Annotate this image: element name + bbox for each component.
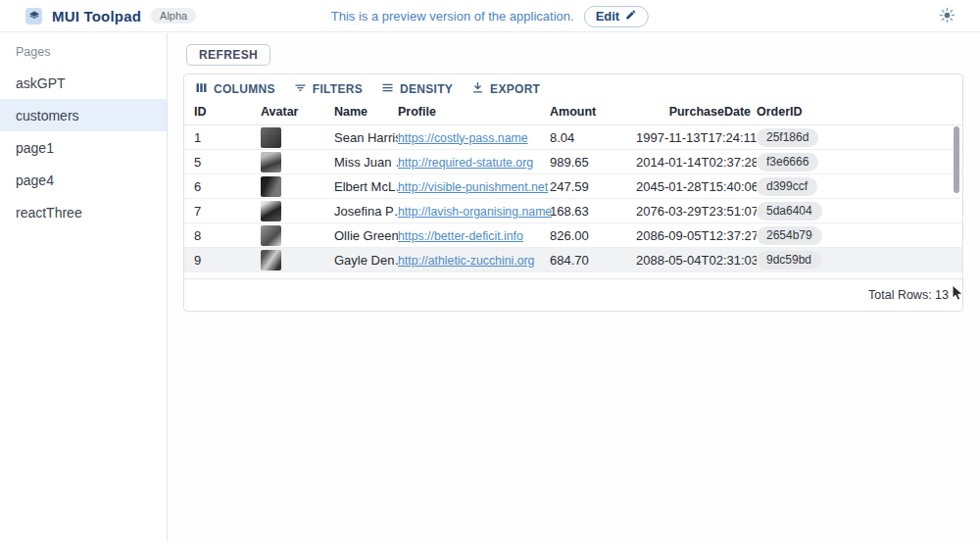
column-header-order[interactable]: OrderID xyxy=(757,105,894,119)
density-icon xyxy=(380,80,395,98)
order-id-chip: 9dc59bd xyxy=(757,251,821,270)
vertical-scrollbar-thumb[interactable] xyxy=(954,126,959,193)
toolbar-button-label: FILTERS xyxy=(313,82,363,96)
cell-avatar xyxy=(261,127,334,148)
cell-profile: http://visible-punishment.net xyxy=(398,179,550,194)
cell-profile: http://required-statute.org xyxy=(398,155,550,170)
data-grid-header-row: IDAvatarNameProfileAmountPurchaseDateOrd… xyxy=(184,99,962,125)
avatar-image xyxy=(261,127,281,148)
table-row[interactable]: 7Josefina P…http://lavish-organising.nam… xyxy=(184,199,962,223)
profile-link[interactable]: http://visible-punishment.net xyxy=(398,180,548,194)
sidebar-item-page1[interactable]: page1 xyxy=(0,131,167,164)
column-header-avatar[interactable]: Avatar xyxy=(261,105,334,119)
toolbar-button-label: EXPORT xyxy=(490,82,540,96)
cell-name: Gayle Den… xyxy=(334,253,398,268)
cell-avatar xyxy=(261,201,334,221)
cell-name: Ollie Green… xyxy=(334,228,398,243)
cell-avatar xyxy=(261,250,334,270)
profile-link[interactable]: http://lavish-organising.name xyxy=(398,205,552,219)
export-icon xyxy=(470,80,485,98)
cell-order-id: 5da6404 xyxy=(757,202,894,221)
cell-id: 7 xyxy=(194,204,261,219)
profile-link[interactable]: http://athletic-zucchini.org xyxy=(398,254,534,268)
columns-button[interactable]: COLUMNS xyxy=(194,80,275,98)
sun-icon xyxy=(939,7,956,26)
cell-avatar xyxy=(261,225,334,246)
profile-link[interactable]: http://required-statute.org xyxy=(398,156,533,170)
refresh-button[interactable]: REFRESH xyxy=(186,44,270,66)
cell-name: Sean Harris xyxy=(334,130,398,145)
cell-amount: 168.63 xyxy=(550,204,636,219)
avatar-image xyxy=(261,225,281,246)
toolbar-button-label: COLUMNS xyxy=(214,82,275,96)
cell-id: 9 xyxy=(194,253,261,268)
sidebar-item-askGPT[interactable]: askGPT xyxy=(0,67,167,99)
avatar-image xyxy=(261,152,281,172)
cell-order-id: 9dc59bd xyxy=(757,251,894,270)
sidebar-item-customers[interactable]: customers xyxy=(0,99,167,131)
preview-message: This is a preview version of the applica… xyxy=(331,9,574,24)
avatar-image xyxy=(261,176,281,197)
cell-id: 1 xyxy=(194,130,261,145)
cell-purchase-date: 1997-11-13T17:24:11.769Z xyxy=(636,130,757,145)
app-title: MUI Toolpad xyxy=(52,8,141,25)
profile-link[interactable]: https://better-deficit.info xyxy=(398,229,523,243)
cell-name: Miss Juan … xyxy=(334,155,398,170)
data-grid-footer: Total Rows: 13 xyxy=(184,278,962,311)
order-id-chip: 5da6404 xyxy=(757,202,822,221)
cell-profile: https://costly-pass.name xyxy=(398,130,550,145)
cell-name: Josefina P… xyxy=(334,204,398,219)
order-id-chip: 25f186d xyxy=(757,128,818,147)
data-grid-rows: 1Sean Harrishttps://costly-pass.name8.04… xyxy=(184,125,962,272)
sidebar: Pages askGPTcustomerspage1page4reactThre… xyxy=(0,33,168,541)
column-header-date[interactable]: PurchaseDate xyxy=(636,105,757,119)
top-app-bar: MUI Toolpad Alpha This is a preview vers… xyxy=(0,0,980,32)
filters-icon xyxy=(293,80,308,98)
table-row[interactable]: 8Ollie Green…https://better-deficit.info… xyxy=(184,223,962,248)
column-header-amount[interactable]: Amount xyxy=(550,105,636,119)
filters-button[interactable]: FILTERS xyxy=(293,80,363,98)
columns-icon xyxy=(194,80,209,98)
table-row[interactable]: 6Elbert McL…http://visible-punishment.ne… xyxy=(184,174,962,199)
cell-purchase-date: 2014-01-14T02:37:28.536Z xyxy=(636,155,757,170)
order-id-chip: 2654b79 xyxy=(757,226,822,245)
cell-purchase-date: 2088-05-04T02:31:03.294Z xyxy=(636,253,757,268)
cell-order-id: d399ccf xyxy=(757,177,894,196)
cell-order-id: 2654b79 xyxy=(757,226,894,245)
theme-toggle-button[interactable] xyxy=(937,7,956,26)
sidebar-item-page4[interactable]: page4 xyxy=(0,164,167,196)
app-window: MUI Toolpad Alpha This is a preview vers… xyxy=(0,0,980,541)
cell-avatar xyxy=(261,152,334,172)
data-grid: COLUMNSFILTERSDENSITYEXPORT IDAvatarName… xyxy=(183,74,963,312)
avatar-image xyxy=(261,201,281,221)
preview-banner: This is a preview version of the applica… xyxy=(331,0,649,32)
cell-amount: 989.65 xyxy=(550,155,636,170)
order-id-chip: d399ccf xyxy=(757,177,817,196)
pencil-icon xyxy=(625,9,637,24)
order-id-chip: f3e6666 xyxy=(757,153,818,172)
table-row[interactable]: 9Gayle Den…http://athletic-zucchini.org6… xyxy=(184,248,962,272)
sidebar-section-label: Pages xyxy=(0,33,167,67)
cell-order-id: 25f186d xyxy=(757,128,894,147)
avatar-image xyxy=(261,250,281,270)
export-button[interactable]: EXPORT xyxy=(470,80,540,98)
column-header-name[interactable]: Name xyxy=(334,105,398,119)
alpha-badge: Alpha xyxy=(151,8,196,24)
cell-purchase-date: 2045-01-28T15:40:06.325Z xyxy=(636,179,757,194)
sidebar-item-reactThree[interactable]: reactThree xyxy=(0,196,167,228)
column-header-profile[interactable]: Profile xyxy=(398,105,550,119)
edit-button[interactable]: Edit xyxy=(584,6,650,27)
density-button[interactable]: DENSITY xyxy=(380,80,453,98)
cell-purchase-date: 2086-09-05T12:37:27.015Z xyxy=(636,228,757,243)
cell-profile: http://athletic-zucchini.org xyxy=(398,253,550,268)
cell-name: Elbert McL… xyxy=(334,179,398,194)
cell-amount: 247.59 xyxy=(550,179,636,194)
cell-id: 5 xyxy=(194,155,261,170)
toolbar-button-label: DENSITY xyxy=(400,82,453,96)
cell-amount: 826.00 xyxy=(550,228,636,243)
table-row[interactable]: 5Miss Juan …http://required-statute.org9… xyxy=(184,150,962,174)
table-row[interactable]: 1Sean Harrishttps://costly-pass.name8.04… xyxy=(184,125,962,150)
cell-order-id: f3e6666 xyxy=(757,153,894,172)
profile-link[interactable]: https://costly-pass.name xyxy=(398,131,528,145)
column-header-id[interactable]: ID xyxy=(194,105,261,119)
